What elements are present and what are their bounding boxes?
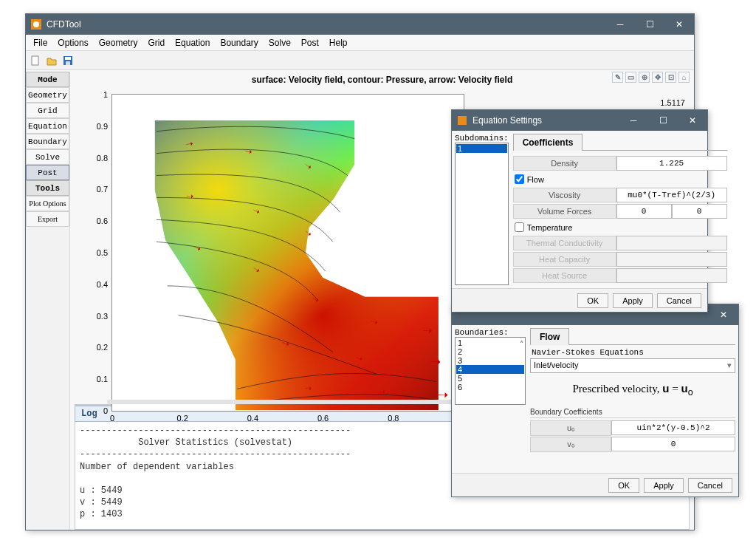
boundary-item[interactable]: 3 bbox=[456, 356, 524, 365]
boundary-item[interactable]: 2 bbox=[456, 347, 524, 356]
new-file-icon[interactable] bbox=[29, 54, 42, 67]
temperature-checkbox[interactable] bbox=[515, 222, 524, 232]
apply-button[interactable]: Apply bbox=[644, 478, 684, 493]
apply-button[interactable]: Apply bbox=[613, 293, 653, 308]
plot-surface bbox=[113, 95, 463, 410]
pan-icon[interactable]: ✥ bbox=[652, 72, 663, 83]
app-icon bbox=[456, 115, 468, 126]
temperature-check-label: Temperature bbox=[527, 223, 573, 232]
xtick: 0.4 bbox=[247, 414, 258, 423]
heat-capacity-input bbox=[616, 252, 727, 267]
eq-body: Subdomains: 1 ˄ Coefficients Density Flo… bbox=[452, 131, 707, 288]
sidebar-header-mode: Mode bbox=[26, 72, 69, 87]
svg-rect-2 bbox=[32, 56, 38, 65]
sidebar-item-export[interactable]: Export bbox=[26, 211, 69, 227]
boundary-item[interactable]: 4 bbox=[456, 365, 524, 374]
eq-titlebar[interactable]: Equation Settings ─ ☐ ✕ bbox=[452, 110, 707, 131]
svg-rect-6 bbox=[458, 116, 467, 125]
sidebar-item-geometry[interactable]: Geometry bbox=[26, 87, 69, 103]
density-label: Density bbox=[513, 156, 616, 171]
sidebar-item-post[interactable]: Post bbox=[26, 165, 69, 180]
subdomains-list[interactable]: 1 bbox=[455, 143, 509, 285]
sidebar-item-grid[interactable]: Grid bbox=[26, 103, 69, 118]
sidebar-item-plot-options[interactable]: Plot Options bbox=[26, 196, 69, 211]
boundary-item[interactable]: 5 bbox=[456, 374, 524, 383]
minimize-button[interactable]: ─ bbox=[605, 14, 635, 35]
boundaries-list[interactable]: 1 2 3 4 5 6 bbox=[455, 337, 526, 405]
bc-eq-type: Navier-Stokes Equations bbox=[530, 345, 735, 358]
open-file-icon[interactable] bbox=[45, 54, 58, 67]
edit-icon[interactable]: ✎ bbox=[612, 72, 623, 83]
cancel-button[interactable]: Cancel bbox=[688, 478, 732, 493]
thermal-cond-label: Thermal Conductivity bbox=[513, 236, 616, 250]
boundary-item[interactable]: 6 bbox=[456, 383, 524, 392]
bc-type-value: Inlet/velocity bbox=[534, 361, 579, 369]
u0-input[interactable] bbox=[611, 420, 735, 435]
home-icon[interactable]: ⌂ bbox=[678, 72, 690, 83]
menu-boundary[interactable]: Boundary bbox=[216, 38, 262, 48]
close-button[interactable]: ✕ bbox=[709, 304, 738, 325]
ytick: 0.4 bbox=[97, 280, 108, 289]
subdomains-column: Subdomains: 1 ˄ bbox=[455, 134, 509, 285]
maximize-button[interactable]: ☐ bbox=[648, 110, 678, 131]
menu-help[interactable]: Help bbox=[325, 38, 352, 48]
v0-label: v₀ bbox=[530, 437, 611, 452]
ytick: 0.1 bbox=[97, 375, 108, 383]
svg-rect-4 bbox=[65, 57, 71, 60]
close-button[interactable]: ✕ bbox=[678, 110, 707, 131]
app-icon bbox=[30, 18, 42, 30]
flow-checkbox[interactable] bbox=[515, 174, 524, 184]
volume-forces-label: Volume Forces bbox=[513, 204, 616, 219]
svg-point-1 bbox=[33, 21, 39, 27]
sidebar-header-tools: Tools bbox=[26, 180, 69, 196]
ok-button[interactable]: OK bbox=[577, 293, 608, 308]
volume-force-y-input[interactable] bbox=[672, 204, 727, 219]
menu-file[interactable]: File bbox=[29, 38, 52, 48]
menu-grid[interactable]: Grid bbox=[143, 38, 169, 48]
maximize-button[interactable]: ☐ bbox=[635, 14, 664, 35]
plot-axes[interactable]: ➝ ➝ ➝ ➝ ➝ ➝ ➝ ➝ ➝ ➝ ➝ ➝ ➝ ➝ ➝ ➝ ➝ bbox=[111, 94, 464, 412]
menu-equation[interactable]: Equation bbox=[171, 38, 214, 48]
viscosity-input[interactable] bbox=[616, 188, 727, 202]
coefficients-panel: Coefficients Density Flow Viscosity Volu… bbox=[513, 134, 727, 285]
subdomains-label: Subdomains: bbox=[455, 134, 509, 143]
sidebar-item-equation[interactable]: Equation bbox=[26, 118, 69, 134]
ok-button[interactable]: OK bbox=[608, 478, 639, 493]
menu-solve[interactable]: Solve bbox=[264, 38, 295, 48]
volume-force-x-input[interactable] bbox=[616, 204, 672, 219]
prescribed-velocity-text: Prescribed velocity, u = uo bbox=[530, 373, 735, 406]
cancel-button[interactable]: Cancel bbox=[657, 293, 701, 308]
close-button[interactable]: ✕ bbox=[664, 14, 694, 35]
save-file-icon[interactable] bbox=[61, 54, 75, 67]
zoom-extents-icon[interactable]: ⊡ bbox=[665, 72, 676, 83]
ytick: 0.6 bbox=[97, 216, 108, 225]
ytick: 1 bbox=[103, 90, 108, 99]
menu-geometry[interactable]: Geometry bbox=[94, 38, 142, 48]
sidebar-item-solve[interactable]: Solve bbox=[26, 149, 69, 165]
zoom-box-icon[interactable]: ▭ bbox=[625, 72, 636, 83]
ytick: 0.9 bbox=[97, 122, 108, 131]
tab-flow[interactable]: Flow bbox=[530, 328, 569, 345]
bc-type-dropdown[interactable]: Inlet/velocity bbox=[530, 358, 735, 373]
plot-toolbar: ✎ ▭ ⊕ ✥ ⊡ ⌂ bbox=[612, 72, 690, 83]
subdomain-item[interactable]: 1 bbox=[456, 144, 507, 153]
minimize-button[interactable]: ─ bbox=[619, 110, 648, 131]
boundaries-column: Boundaries: 1 2 3 4 5 6 ˄ bbox=[455, 328, 526, 470]
svg-rect-5 bbox=[66, 61, 70, 65]
main-titlebar[interactable]: CFDTool ─ ☐ ✕ bbox=[26, 14, 694, 35]
bc-button-row: OK Apply Cancel bbox=[452, 473, 738, 496]
sidebar-item-boundary[interactable]: Boundary bbox=[26, 134, 69, 149]
zoom-in-icon[interactable]: ⊕ bbox=[639, 72, 650, 83]
mode-sidebar: Mode Geometry Grid Equation Boundary Sol… bbox=[26, 72, 70, 530]
density-input[interactable] bbox=[616, 156, 727, 171]
eq-title: Equation Settings bbox=[472, 115, 542, 126]
ytick: 0.5 bbox=[97, 248, 108, 257]
ytick: 0.3 bbox=[97, 312, 108, 321]
menu-options[interactable]: Options bbox=[53, 38, 92, 48]
menu-post[interactable]: Post bbox=[297, 38, 323, 48]
tab-coefficients[interactable]: Coefficients bbox=[513, 134, 583, 151]
xtick: 0.6 bbox=[317, 414, 329, 423]
boundary-item[interactable]: 1 bbox=[456, 338, 524, 347]
v0-input[interactable] bbox=[611, 437, 735, 451]
heat-source-input bbox=[616, 268, 727, 283]
